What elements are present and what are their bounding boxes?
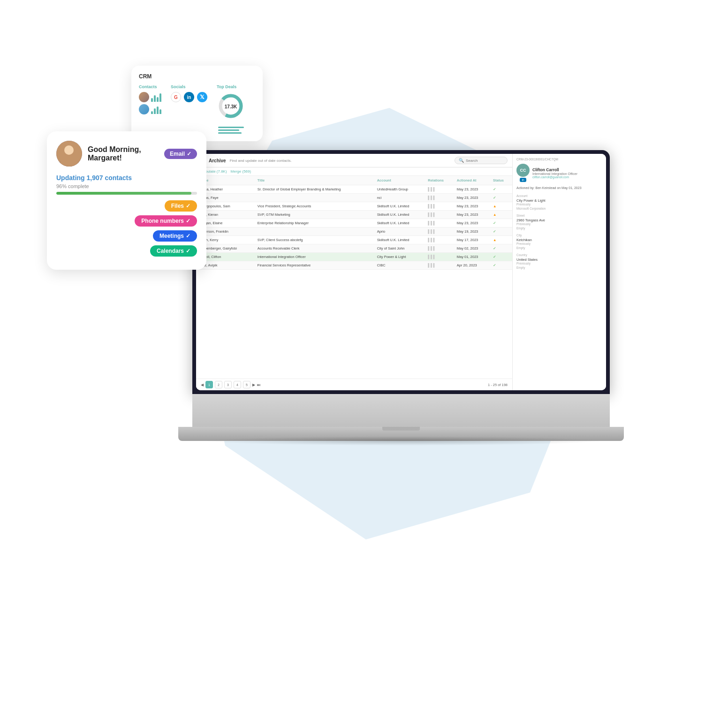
phone-badge-label: Phone numbers — [141, 218, 184, 224]
contact-email: clifton.carroll@guanoli.com — [532, 175, 577, 179]
cell-account: City of Saint John — [374, 244, 425, 253]
cell-status: ▲ — [490, 211, 512, 219]
cell-actioned: May 01, 2023 — [454, 253, 490, 261]
cell-actioned: May 23, 2023 — [454, 185, 490, 194]
contact-detail-panel: CRM-23-000190001/CHC7QM CC in Clifton Ca… — [512, 154, 606, 390]
contact-bars-1 — [151, 92, 161, 102]
deals-donut-chart: 17.3K — [217, 92, 245, 120]
cell-actioned: Apr 20, 2023 — [454, 261, 490, 270]
page-1-button[interactable]: 1 — [205, 381, 213, 388]
cell-title: Enterprise Relationship Manager — [255, 219, 374, 228]
laptop-screen: ⏱ Archive Find and update out of date co… — [192, 150, 610, 394]
pagination-total: 1 - 25 of 198 — [488, 383, 508, 387]
table-row[interactable]: Georgopoulos, Sam Vice President, Strate… — [196, 202, 512, 211]
cell-actioned: May 19, 2023 — [454, 228, 490, 236]
table-row[interactable]: Polika, Heather Sr. Director of Global E… — [196, 185, 512, 194]
bar-5 — [151, 111, 153, 114]
account-value: City Power & Light — [516, 198, 602, 203]
search-box[interactable]: 🔍 — [455, 157, 508, 164]
cell-status: ✓ — [490, 185, 512, 194]
street-prev-value: Empty — [516, 227, 602, 230]
meetings-badge[interactable]: Meetings ✓ — [153, 230, 197, 242]
page-3-button[interactable]: 3 — [224, 381, 232, 388]
calendars-check-icon: ✓ — [186, 248, 190, 254]
cell-status: ✓ — [490, 228, 512, 236]
cell-account: Skillsoft U.K. Limited — [374, 202, 425, 211]
table-row[interactable]: King, Kieran SVP, GTM Marketing Skillsof… — [196, 211, 512, 219]
greeting-header: Good Morning, Margaret! Email ✓ — [56, 141, 197, 167]
files-badge[interactable]: Files ✓ — [165, 200, 197, 212]
contacts-list — [139, 92, 161, 114]
deal-line-1 — [218, 127, 244, 128]
bar-7 — [157, 106, 159, 114]
country-section: Country United States Previously Empty — [516, 253, 602, 269]
table-row[interactable]: Carroll, Clifton International Integrati… — [196, 253, 512, 261]
cell-relations: ▌▌▌ — [425, 261, 454, 270]
col-relations: Relations — [425, 176, 454, 185]
table-row[interactable]: Smith, Kerry SVP, Client Success abcdefg… — [196, 236, 512, 244]
merge-button[interactable]: Merge (569) — [231, 169, 251, 174]
progress-label: 96% complete — [56, 183, 197, 189]
cell-title — [255, 228, 374, 236]
deal-line-3 — [218, 132, 242, 134]
col-actioned: Actioned At — [454, 176, 490, 185]
archive-subtitle: Find and update out of date contacts. — [230, 159, 451, 163]
calendars-badge-row: Calendars ✓ — [56, 245, 197, 257]
socials-col-label: Socials — [171, 84, 207, 89]
cell-status: ▲ — [490, 202, 512, 211]
bar-4 — [159, 93, 161, 102]
table-row[interactable]: Dhar, Avipik Financial Services Represen… — [196, 261, 512, 270]
cell-relations: ▌▌▌ — [425, 244, 454, 253]
page-last-icon[interactable]: ⏭ — [257, 383, 261, 387]
account-label: Account — [516, 194, 602, 197]
calendars-badge[interactable]: Calendars ✓ — [150, 245, 197, 257]
user-avatar — [56, 141, 82, 167]
phone-numbers-badge[interactable]: Phone numbers ✓ — [135, 215, 197, 227]
account-prev-value: Microsoft Corporation — [516, 207, 602, 210]
files-badge-label: Files — [171, 203, 184, 209]
cell-relations: ▌▌▌ — [425, 202, 454, 211]
table-row[interactable]: Morgan, Elaine Enterprise Relationship M… — [196, 219, 512, 228]
contact-row-2 — [139, 104, 161, 114]
page-5-button[interactable]: 5 — [243, 381, 250, 388]
page-4-button[interactable]: 4 — [234, 381, 241, 388]
progress-bar — [56, 192, 197, 195]
search-input[interactable] — [466, 159, 503, 163]
cell-actioned: May 17, 2023 — [454, 236, 490, 244]
laptop-keyboard — [192, 394, 610, 427]
account-section: Account City Power & Light Previously Mi… — [516, 194, 602, 210]
phone-badge-row: Phone numbers ✓ — [56, 215, 197, 227]
record-id: CRM-23-000190001/CHC7QM — [516, 158, 602, 161]
cell-title: SVP, GTM Marketing — [255, 211, 374, 219]
crm-main-area: ⏱ Archive Find and update out of date co… — [196, 154, 512, 390]
calendars-badge-label: Calendars — [157, 248, 184, 254]
screen-content: ⏱ Archive Find and update out of date co… — [196, 154, 606, 390]
linkedin-social-icon[interactable]: in — [184, 92, 194, 102]
table-row[interactable]: Schoenberger, Gairyfobi Accounts Receiva… — [196, 244, 512, 253]
cell-relations: ▌▌▌ — [425, 236, 454, 244]
table-row[interactable]: Evans, Faye nci ▌▌▌ May 23, 2023 ✓ — [196, 194, 512, 202]
contact-name: Clifton Carroll — [532, 167, 577, 172]
google-icon[interactable]: G — [171, 92, 181, 102]
deal-line-2 — [218, 129, 239, 131]
svg-point-4 — [64, 145, 74, 155]
table-row[interactable]: Anderson, Franklin Aprio ▌▌▌ May 19, 202… — [196, 228, 512, 236]
page-prev-icon[interactable]: ◀ — [201, 383, 204, 387]
twitter-icon[interactable]: 𝕏 — [197, 92, 207, 102]
contact-bars-2 — [151, 105, 161, 114]
country-prev-value: Empty — [516, 266, 602, 269]
svg-text:17.3K: 17.3K — [225, 104, 237, 109]
street-label: Street — [516, 214, 602, 217]
linkedin-badge[interactable]: in — [520, 178, 526, 182]
page-2-button[interactable]: 2 — [215, 381, 222, 388]
files-check-icon: ✓ — [186, 203, 190, 209]
bar-3 — [157, 97, 159, 102]
greeting-text-block: Good Morning, Margaret! — [88, 145, 159, 162]
contacts-table: Name Title Account Relations Actioned At… — [196, 176, 512, 270]
bar-6 — [154, 108, 156, 114]
email-badge[interactable]: Email ✓ — [164, 149, 197, 159]
city-prev-value: Empty — [516, 246, 602, 250]
search-icon: 🔍 — [459, 158, 464, 163]
city-value: Ketchikan — [516, 238, 602, 242]
page-next-icon[interactable]: ▶ — [252, 383, 255, 387]
